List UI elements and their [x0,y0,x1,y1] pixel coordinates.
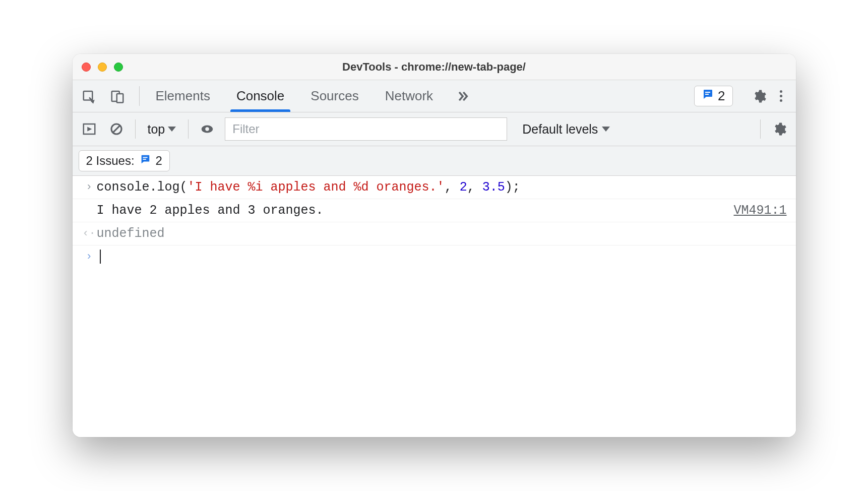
divider [135,119,136,139]
tab-console[interactable]: Console [223,80,297,112]
svg-rect-3 [705,92,710,93]
close-window-button[interactable] [82,63,91,72]
return-arrow-icon: ‹· [82,226,97,240]
code-sep: , [445,180,460,195]
issues-count: 2 [718,88,725,104]
issues-chip-label: 2 Issues: [86,154,135,168]
main-tabbar: Elements Console Sources Network 2 [73,80,796,112]
code-number: 2 [460,180,467,195]
execution-context-selector[interactable]: top [145,122,179,137]
console-input-row: › console.log('I have %i apples and %d o… [73,176,796,199]
settings-button[interactable] [750,87,769,106]
gutter-blank [82,203,97,204]
return-value: undefined [97,226,165,241]
console-log-row: I have 2 apples and 3 oranges. VM491:1 [73,199,796,222]
divider [188,119,189,139]
code-sep: , [467,180,482,195]
context-label: top [148,122,165,137]
console-output: › console.log('I have %i apples and %d o… [73,176,796,437]
console-return-row: ‹· undefined [73,222,796,245]
code-close: ); [505,180,520,195]
svg-rect-10 [143,157,147,158]
more-options-button[interactable] [774,90,789,102]
svg-line-7 [113,126,120,133]
svg-rect-2 [116,94,123,103]
log-levels-selector[interactable]: Default levels [522,122,610,137]
issues-chip-count: 2 [156,154,162,168]
levels-label: Default levels [522,122,598,137]
issues-icon [702,88,714,104]
divider [139,86,140,106]
svg-point-9 [206,127,210,131]
issues-icon [140,154,151,168]
code-fn: console.log( [97,180,188,195]
traffic-lights [82,63,123,72]
dropdown-icon [602,127,610,132]
dropdown-icon [168,127,176,132]
filter-input[interactable] [225,117,507,141]
code-string: 'I have %i apples and %d oranges.' [188,180,445,195]
console-settings-icon[interactable] [770,119,789,139]
panel-tabs: Elements Console Sources Network [143,80,447,112]
window-title: DevTools - chrome://new-tab-page/ [73,60,796,74]
issues-indicator[interactable]: 2 [694,86,732,106]
inspect-element-icon[interactable] [80,87,99,106]
text-cursor [100,250,101,264]
minimize-window-button[interactable] [98,63,107,72]
console-toolbar: top Default levels [73,112,796,146]
console-sidebar-toggle-icon[interactable] [80,119,99,139]
tab-sources[interactable]: Sources [297,80,371,112]
titlebar: DevTools - chrome://new-tab-page/ [73,54,796,80]
tab-network[interactable]: Network [372,80,446,112]
prompt-chevron-icon: › [82,250,97,263]
issues-bar: 2 Issues: 2 [73,146,796,176]
svg-rect-4 [705,94,709,95]
divider [760,119,761,139]
log-text: I have 2 apples and 3 oranges. [97,203,324,218]
devtools-window: DevTools - chrome://new-tab-page/ Elemen… [73,54,796,437]
clear-console-icon[interactable] [107,119,126,139]
source-link[interactable]: VM491:1 [723,203,786,218]
more-tabs-button[interactable] [446,80,478,112]
input-chevron-icon: › [82,180,97,194]
code-number: 3.5 [482,180,505,195]
svg-rect-11 [143,159,146,160]
live-expression-icon[interactable] [198,119,217,139]
device-toolbar-icon[interactable] [108,87,127,106]
issues-chip[interactable]: 2 Issues: 2 [79,150,170,171]
tab-elements[interactable]: Elements [143,80,223,112]
zoom-window-button[interactable] [114,63,123,72]
console-prompt-row[interactable]: › [73,245,796,268]
